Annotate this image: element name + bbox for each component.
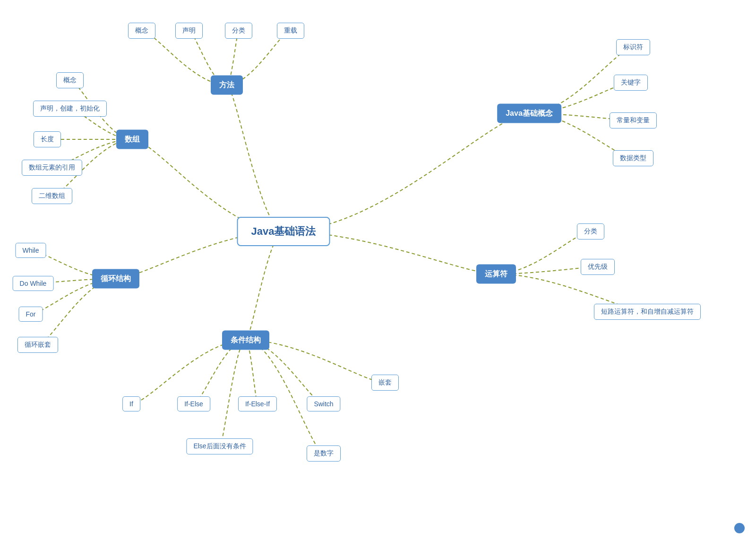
center-node: Java基础语法: [237, 217, 330, 246]
node-tiaojian-child-5: 是数字: [307, 445, 341, 462]
watermark: [734, 523, 747, 533]
node-fangfa-child-1: 声明: [175, 23, 203, 39]
node-java_base-child-0: 标识符: [616, 39, 650, 55]
node-xunhuan-child-2: For: [19, 307, 43, 322]
node-yunsuan: 运算符: [476, 265, 516, 284]
node-shuzhu-child-0: 概念: [56, 72, 84, 88]
node-java_base-child-1: 关键字: [614, 75, 648, 91]
node-fangfa-child-0: 概念: [128, 23, 155, 39]
node-tiaojian: 条件结构: [222, 331, 269, 350]
node-tiaojian-child-6: 嵌套: [371, 375, 399, 391]
node-tiaojian-child-0: If: [122, 396, 140, 411]
node-tiaojian-child-1: If-Else: [177, 396, 210, 411]
node-shuzhu-child-4: 二维数组: [32, 188, 72, 204]
watermark-logo: [734, 523, 745, 533]
node-tiaojian-child-4: Else后面没有条件: [186, 438, 253, 454]
node-xunhuan-child-1: Do While: [13, 276, 54, 291]
node-fangfa-child-3: 重载: [277, 23, 304, 39]
node-xunhuan: 循环结构: [92, 269, 139, 289]
node-yunsuan-child-0: 分类: [577, 223, 604, 240]
node-yunsuan-child-2: 短路运算符，和自增自减运算符: [594, 304, 701, 320]
node-shuzhu-child-2: 长度: [34, 131, 61, 147]
node-xunhuan-child-3: 循环嵌套: [17, 337, 58, 353]
node-shuzhu: 数组: [116, 130, 148, 149]
node-java_base-child-2: 常量和变量: [610, 112, 657, 128]
node-java_base-child-3: 数据类型: [613, 150, 653, 166]
node-tiaojian-child-3: Switch: [307, 396, 340, 411]
node-shuzhu-child-1: 声明，创建，初始化: [33, 101, 107, 117]
node-fangfa-child-2: 分类: [225, 23, 252, 39]
node-yunsuan-child-1: 优先级: [581, 259, 615, 275]
node-java_base: Java基础概念: [497, 104, 561, 123]
node-fangfa: 方法: [211, 76, 243, 95]
node-xunhuan-child-0: While: [15, 243, 46, 258]
node-tiaojian-child-2: If-Else-If: [238, 396, 277, 411]
node-shuzhu-child-3: 数组元素的引用: [22, 160, 82, 176]
